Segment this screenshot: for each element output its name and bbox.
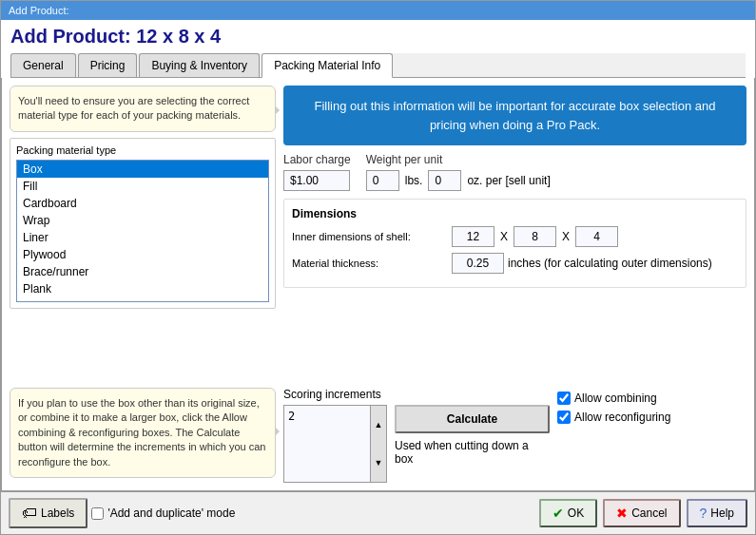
duplicate-mode-checkbox[interactable] — [91, 507, 104, 520]
tooltip-text-1: You'll need to ensure you are selecting … — [18, 95, 249, 121]
weight-per-unit-label: Weight per unit — [366, 153, 551, 166]
tooltip-box-1: You'll need to ensure you are selecting … — [10, 86, 276, 132]
weight-per-unit-group: Weight per unit lbs. oz. per [sell unit] — [366, 153, 551, 191]
footer: 🏷 Labels 'Add and duplicate' mode ✔ OK ✖… — [1, 491, 755, 534]
footer-left: 🏷 Labels 'Add and duplicate' mode — [9, 498, 235, 528]
ok-checkmark-icon: ✔ — [552, 506, 564, 521]
help-icon: ? — [700, 506, 708, 521]
thickness-unit: inches (for calculating outer dimensions… — [508, 257, 712, 270]
labels-icon: 🏷 — [22, 505, 37, 522]
allow-reconfiguring-label: Allow reconfiguring — [574, 411, 670, 424]
listbox-item-cardboard[interactable]: Cardboard — [17, 195, 268, 212]
scoring-section: Scoring increments 2 ▲ ▼ Calculate — [283, 388, 550, 483]
weight-inputs: lbs. oz. per [sell unit] — [366, 170, 551, 191]
content-area: You'll need to ensure you are selecting … — [1, 78, 755, 491]
dim-x-2: X — [560, 230, 572, 243]
labor-weight-row: Labor charge $1.00 Weight per unit lbs. … — [283, 153, 746, 191]
tab-buying-inventory[interactable]: Buying & Inventory — [139, 53, 260, 77]
window-title-area: Add Product: 12 x 8 x 4 General Pricing … — [1, 20, 755, 78]
cancel-button[interactable]: ✖ Cancel — [603, 499, 680, 527]
info-banner: Filling out this information will be imp… — [283, 86, 746, 145]
footer-right: ✔ OK ✖ Cancel ? Help — [539, 499, 747, 527]
thickness-label: Material thickness: — [292, 258, 444, 269]
listbox-item-screw[interactable]: Screw — [17, 297, 268, 302]
thickness-input[interactable] — [452, 253, 504, 274]
title-bar: Add Product: — [1, 1, 755, 20]
listbox-item-plank[interactable]: Plank — [17, 280, 268, 297]
scoring-scrollbar: ▲ ▼ — [370, 406, 386, 482]
listbox-item-fill[interactable]: Fill — [17, 178, 268, 195]
tab-general[interactable]: General — [10, 53, 76, 77]
weight-lbs-input[interactable] — [366, 170, 399, 191]
listbox-item-liner[interactable]: Liner — [17, 229, 268, 246]
right-panel: Filling out this information will be imp… — [283, 86, 746, 382]
scoring-label: Scoring increments — [283, 388, 550, 401]
calculate-button[interactable]: Calculate — [395, 405, 550, 433]
material-type-section: Packing material type Box Fill Cardboard… — [10, 138, 276, 309]
labor-charge-group: Labor charge $1.00 — [283, 153, 351, 191]
dim-3-input[interactable] — [575, 226, 618, 247]
bottom-right: Scoring increments 2 ▲ ▼ Calculate — [283, 388, 746, 483]
inner-dimensions-label: Inner dimensions of shell: — [292, 231, 444, 242]
scoring-note-text: Used when cutting down a box — [395, 439, 529, 466]
cancel-x-icon: ✖ — [616, 506, 628, 521]
listbox-item-brace[interactable]: Brace/runner — [17, 263, 268, 280]
scoring-input-wrapper: 2 ▲ ▼ — [283, 405, 387, 483]
dim-2-input[interactable] — [514, 226, 556, 247]
dimensions-section: Dimensions Inner dimensions of shell: X … — [283, 199, 746, 288]
scoring-right: Calculate Used when cutting down a box — [395, 405, 550, 483]
listbox-item-plywood[interactable]: Plywood — [17, 246, 268, 263]
help-button[interactable]: ? Help — [687, 499, 747, 527]
oz-label: oz. per [sell unit] — [467, 174, 550, 187]
allow-reconfiguring-row: Allow reconfiguring — [557, 411, 670, 424]
fields-area: Labor charge $1.00 Weight per unit lbs. … — [283, 153, 746, 288]
left-panel: You'll need to ensure you are selecting … — [10, 86, 276, 382]
scroll-up-button[interactable]: ▲ — [371, 406, 386, 444]
allow-combining-row: Allow combining — [557, 392, 670, 405]
main-title: Add Product: 12 x 8 x 4 — [10, 26, 746, 48]
listbox-item-box[interactable]: Box — [17, 161, 268, 178]
lbs-label: lbs. — [405, 174, 423, 187]
tab-pricing[interactable]: Pricing — [78, 53, 138, 77]
material-type-label: Packing material type — [16, 144, 269, 156]
scoring-controls: 2 ▲ ▼ Calculate Used when cutting d — [283, 405, 550, 483]
labels-button[interactable]: 🏷 Labels — [9, 498, 87, 528]
allow-reconfiguring-checkbox[interactable] — [557, 411, 571, 424]
dimensions-title: Dimensions — [292, 207, 738, 220]
tooltip-text-2: If you plan to use the box other than it… — [18, 397, 265, 468]
scroll-down-button[interactable]: ▼ — [371, 444, 386, 482]
listbox-item-wrap[interactable]: Wrap — [17, 212, 268, 229]
thickness-row: Material thickness: inches (for calculat… — [292, 253, 738, 274]
tab-bar: General Pricing Buying & Inventory Packi… — [10, 53, 746, 78]
dim-x-1: X — [498, 230, 510, 243]
ok-button[interactable]: ✔ OK — [539, 499, 597, 527]
material-type-listbox[interactable]: Box Fill Cardboard Wrap Liner Plywood Br… — [16, 160, 269, 302]
bottom-row: If you plan to use the box other than it… — [10, 388, 746, 483]
bottom-left: If you plan to use the box other than it… — [10, 388, 276, 483]
tab-packing-material[interactable]: Packing Material Info — [262, 53, 393, 78]
duplicate-mode-label: 'Add and duplicate' mode — [91, 506, 235, 520]
allow-combining-label: Allow combining — [574, 392, 657, 405]
labor-charge-label: Labor charge — [283, 153, 351, 166]
labor-charge-input[interactable]: $1.00 — [283, 170, 350, 191]
allow-combining-checkbox[interactable] — [557, 392, 571, 405]
dim-1-input[interactable] — [452, 226, 494, 247]
main-window: Add Product: Add Product: 12 x 8 x 4 Gen… — [0, 0, 756, 535]
checkboxes-section: Allow combining Allow reconfiguring — [557, 388, 670, 483]
scoring-textarea[interactable]: 2 — [284, 406, 370, 482]
info-banner-text: Filling out this information will be imp… — [315, 99, 716, 132]
weight-oz-input[interactable] — [428, 170, 461, 191]
top-row: You'll need to ensure you are selecting … — [10, 86, 746, 382]
title-bar-text: Add Product: — [9, 5, 69, 16]
tooltip-box-2: If you plan to use the box other than it… — [10, 388, 276, 478]
scoring-note: Used when cutting down a box — [395, 439, 550, 466]
inner-dimensions-row: Inner dimensions of shell: X X — [292, 226, 738, 247]
